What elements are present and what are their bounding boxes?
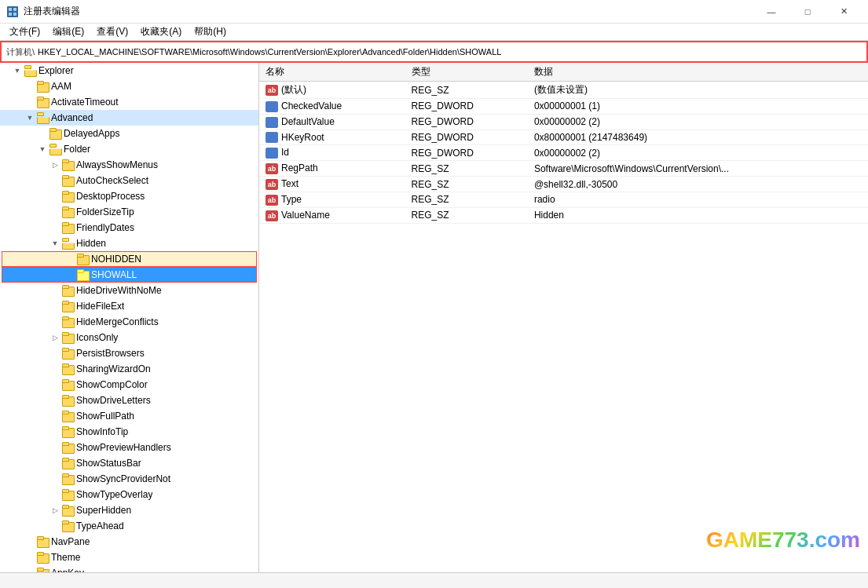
folder-icon — [61, 395, 74, 406]
tree-item-appkey[interactable]: AppKey — [0, 565, 258, 572]
tree-item-sharingwizardon[interactable]: SharingWizardOn — [0, 361, 258, 377]
expand-icon — [50, 474, 60, 484]
tree-item-showcompcolor[interactable]: ShowCompColor — [0, 377, 258, 393]
tree-item-hidemergeconflicts[interactable]: HideMergeConflicts — [0, 314, 258, 330]
reg-name-cell: ab(默认) — [259, 82, 405, 99]
tree-item-persistbrowsers[interactable]: PersistBrowsers — [0, 345, 258, 361]
table-row[interactable]: abRegPath REG_SZ Software\Microsoft\Wind… — [259, 161, 868, 177]
reg-data-cell: 0x00000002 (2) — [528, 114, 868, 130]
expand-icon — [50, 396, 60, 405]
table-row[interactable]: HKeyRoot REG_DWORD 0x80000001 (214748364… — [259, 130, 868, 145]
reg-data-cell: 0x00000001 (1) — [528, 99, 868, 115]
tree-item-advanced[interactable]: ▼ Advanced — [0, 110, 258, 126]
tree-label: Theme — [51, 552, 80, 563]
folder-icon — [61, 411, 74, 422]
tree-item-superhidden[interactable]: ▷ SuperHidden — [0, 502, 258, 518]
tree-item-theme[interactable]: Theme — [0, 550, 258, 565]
reg-data-cell: 0x80000001 (2147483649) — [528, 130, 868, 145]
tree-item-typeahead[interactable]: TypeAhead — [0, 518, 258, 534]
tree-item-activatetimeout[interactable]: ActivateTimeout — [0, 94, 258, 110]
tree-item-foldersizetip[interactable]: FolderSizeTip — [0, 204, 258, 220]
tree-item-friendlydates[interactable]: FriendlyDates — [0, 220, 258, 236]
tree-item-navpane[interactable]: NavPane — [0, 534, 258, 550]
reg-type-cell: REG_SZ — [405, 82, 528, 99]
reg-type-icon — [266, 132, 278, 143]
close-button[interactable]: ✕ — [826, 0, 862, 24]
reg-type-icon: ab — [266, 195, 278, 206]
tree-label: HideDriveWithNoMe — [76, 285, 162, 296]
table-row[interactable]: abValueName REG_SZ Hidden — [259, 207, 868, 223]
maximize-button[interactable]: □ — [789, 0, 826, 24]
tree-label: ShowTypeOverlay — [76, 489, 152, 500]
tree-item-nohidden[interactable]: NOHIDDEN — [2, 251, 257, 267]
col-data: 数据 — [528, 63, 868, 82]
tree-item-showsyncprovidernot[interactable]: ShowSyncProviderNot — [0, 471, 258, 487]
tree-item-hidefileext[interactable]: HideFileExt — [0, 298, 258, 314]
tree-label: ShowDriveLetters — [76, 395, 151, 406]
menu-view[interactable]: 查看(V) — [90, 24, 134, 40]
table-row[interactable]: DefaultValue REG_DWORD 0x00000002 (2) — [259, 114, 868, 130]
registry-table: 名称 类型 数据 ab(默认) REG_SZ (数值未设置) CheckedVa… — [259, 63, 868, 224]
tree-label: ShowStatusBar — [76, 458, 141, 469]
reg-type-icon: ab — [266, 210, 278, 221]
tree-item-iconsonly[interactable]: ▷ IconsOnly — [0, 330, 258, 345]
reg-data-cell: Software\Microsoft\Windows\CurrentVersio… — [528, 161, 868, 177]
folder-icon — [61, 159, 74, 170]
table-row[interactable]: abType REG_SZ radio — [259, 192, 868, 207]
tree-item-alwaysshowmenus[interactable]: ▷ AlwaysShowMenus — [0, 157, 258, 173]
window-title: 注册表编辑器 — [24, 5, 753, 18]
tree-item-showinfotip[interactable]: ShowInfoTip — [0, 424, 258, 440]
folder-icon — [61, 316, 74, 327]
folder-icon — [76, 254, 89, 265]
menu-favorites[interactable]: 收藏夹(A) — [134, 24, 188, 40]
tree-label: PersistBrowsers — [76, 348, 145, 359]
folder-icon — [61, 505, 74, 516]
address-input[interactable] — [38, 47, 862, 57]
menu-help[interactable]: 帮助(H) — [188, 24, 233, 40]
tree-item-delayedapps[interactable]: DelayedApps — [0, 126, 258, 141]
reg-type-icon: ab — [266, 179, 278, 190]
tree-panel: ▼ Explorer AAM ActivateTimeout ▼ Advance… — [0, 63, 259, 572]
table-row[interactable]: abText REG_SZ @shell32.dll,-30500 — [259, 177, 868, 192]
minimize-button[interactable]: — — [753, 0, 789, 24]
expand-icon — [25, 553, 35, 562]
expand-icon — [50, 458, 60, 468]
tree-item-showfullpath[interactable]: ShowFullPath — [0, 408, 258, 424]
tree-label: Advanced — [51, 112, 93, 123]
address-bar: 计算机\ — [0, 41, 868, 63]
reg-data-cell: 0x00000002 (2) — [528, 145, 868, 161]
reg-type-cell: REG_DWORD — [405, 145, 528, 161]
reg-type-icon: ab — [266, 163, 278, 174]
tree-item-showdriveletters[interactable]: ShowDriveLetters — [0, 393, 258, 408]
reg-type-cell: REG_SZ — [405, 207, 528, 223]
svg-rect-1 — [9, 8, 12, 11]
menu-file[interactable]: 文件(F) — [3, 24, 46, 40]
table-row[interactable]: ab(默认) REG_SZ (数值未设置) — [259, 82, 868, 99]
tree-label: SuperHidden — [76, 505, 131, 516]
reg-type-cell: REG_SZ — [405, 177, 528, 192]
tree-item-showtypeoverlay[interactable]: ShowTypeOverlay — [0, 487, 258, 502]
tree-item-desktopprocess[interactable]: DesktopProcess — [0, 188, 258, 204]
folder-icon — [24, 65, 36, 76]
folder-icon — [61, 363, 74, 374]
table-row[interactable]: Id REG_DWORD 0x00000002 (2) — [259, 145, 868, 161]
expand-icon — [25, 82, 35, 91]
tree-label: DesktopProcess — [76, 191, 145, 202]
expand-icon: ▷ — [50, 506, 60, 515]
tree-item-showstatusbar[interactable]: ShowStatusBar — [0, 455, 258, 471]
tree-item-showall[interactable]: SHOWALL — [2, 267, 257, 283]
tree-item-showpreviewhandlers[interactable]: ShowPreviewHandlers — [0, 440, 258, 455]
tree-item-aam[interactable]: AAM — [0, 79, 258, 94]
tree-item-folder[interactable]: ▼ Folder — [0, 141, 258, 157]
tree-item-hidedrivewithno[interactable]: HideDriveWithNoMe — [0, 283, 258, 298]
tree-item-autocheckselect[interactable]: AutoCheckSelect — [0, 173, 258, 188]
tree-item-explorer[interactable]: ▼ Explorer — [0, 63, 258, 79]
tree-item-hidden[interactable]: ▼ Hidden — [0, 236, 258, 251]
reg-type-icon — [266, 117, 278, 128]
menu-edit[interactable]: 编辑(E) — [46, 24, 90, 40]
table-row[interactable]: CheckedValue REG_DWORD 0x00000001 (1) — [259, 99, 868, 115]
expand-icon — [50, 286, 60, 295]
reg-name-cell: HKeyRoot — [259, 130, 405, 145]
expand-icon — [25, 568, 35, 572]
tree-label: ShowSyncProviderNot — [76, 473, 170, 484]
